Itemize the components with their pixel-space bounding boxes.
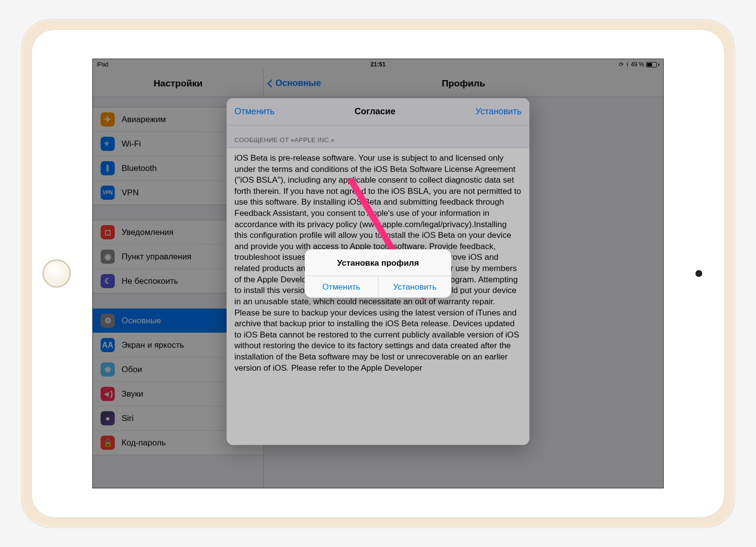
alert-buttons: Отменить Установить <box>305 276 451 298</box>
screen: iPad 21:51 ⟳ ᚼ 49 % Настройки ✈Авиарежим… <box>92 59 664 488</box>
front-camera <box>695 270 702 277</box>
alert-title: Установка профиля <box>305 250 451 276</box>
install-alert: Установка профиля Отменить Установить <box>305 250 451 298</box>
alert-cancel-button[interactable]: Отменить <box>305 276 378 298</box>
ipad-bezel: iPad 21:51 ⟳ ᚼ 49 % Настройки ✈Авиарежим… <box>31 29 725 518</box>
alert-install-button[interactable]: Установить <box>378 276 452 298</box>
home-button[interactable] <box>42 259 71 288</box>
ipad-frame: iPad 21:51 ⟳ ᚼ 49 % Настройки ✈Авиарежим… <box>21 20 735 527</box>
